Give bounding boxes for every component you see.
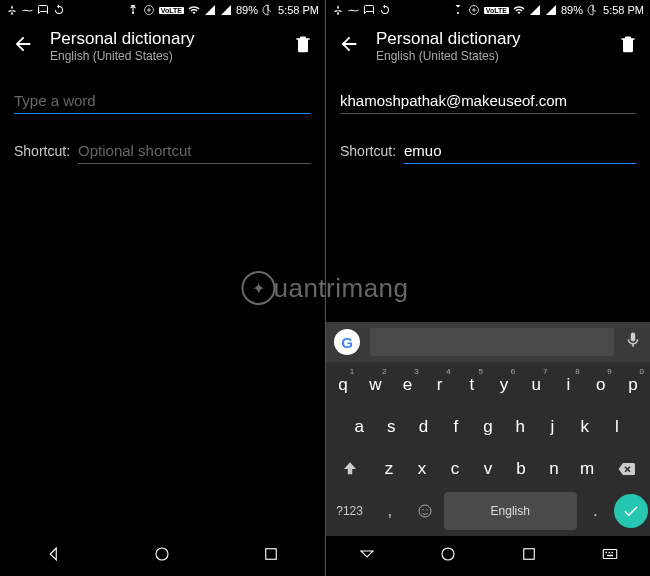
svg-rect-15 bbox=[607, 555, 613, 557]
key-f[interactable]: f bbox=[441, 408, 471, 446]
key-q[interactable]: q1 bbox=[328, 366, 358, 404]
nav-recent-icon[interactable] bbox=[520, 545, 538, 567]
nav-bar bbox=[326, 536, 650, 576]
page-title: Personal dictionary bbox=[376, 29, 602, 49]
key-u[interactable]: u7 bbox=[521, 366, 551, 404]
nav-bar bbox=[0, 536, 325, 576]
key-o[interactable]: o9 bbox=[586, 366, 616, 404]
page-subtitle: English (United States) bbox=[50, 49, 277, 63]
status-bar: ⁓ VoLTE 89% 5:58 PM bbox=[326, 0, 650, 20]
svg-point-2 bbox=[156, 548, 168, 560]
nav-home-icon[interactable] bbox=[153, 545, 171, 567]
shortcut-input[interactable] bbox=[78, 136, 311, 164]
svg-point-0 bbox=[132, 12, 134, 14]
key-y[interactable]: y6 bbox=[489, 366, 519, 404]
key-g[interactable]: g bbox=[473, 408, 503, 446]
keyboard: G q1w2e3r4t5y6u7i8o9p0 asdfghjkl zxcvbnm… bbox=[326, 322, 650, 536]
svg-point-9 bbox=[442, 548, 454, 560]
back-icon[interactable] bbox=[12, 33, 34, 59]
key-r[interactable]: r4 bbox=[425, 366, 455, 404]
page-subtitle: English (United States) bbox=[376, 49, 602, 63]
search-field[interactable] bbox=[370, 328, 614, 356]
key-m[interactable]: m bbox=[572, 450, 603, 488]
word-input[interactable] bbox=[340, 86, 636, 114]
backspace-key[interactable] bbox=[605, 450, 648, 488]
app-bar: Personal dictionary English (United Stat… bbox=[0, 20, 325, 72]
key-x[interactable]: x bbox=[406, 450, 437, 488]
key-v[interactable]: v bbox=[472, 450, 503, 488]
key-s[interactable]: s bbox=[376, 408, 406, 446]
key-z[interactable]: z bbox=[373, 450, 404, 488]
symbols-key[interactable]: ?123 bbox=[328, 492, 371, 530]
key-l[interactable]: l bbox=[602, 408, 632, 446]
back-icon[interactable] bbox=[338, 33, 360, 59]
svg-point-8 bbox=[426, 509, 427, 510]
screen-left: ⁓ VoLTE 89% 5:58 PM Personal dictionary … bbox=[0, 0, 325, 576]
svg-rect-14 bbox=[611, 552, 613, 554]
shortcut-label: Shortcut: bbox=[340, 143, 396, 159]
key-t[interactable]: t5 bbox=[457, 366, 487, 404]
svg-rect-11 bbox=[603, 550, 617, 559]
word-input[interactable] bbox=[14, 86, 311, 114]
page-title: Personal dictionary bbox=[50, 29, 277, 49]
svg-rect-13 bbox=[608, 552, 610, 554]
delete-icon[interactable] bbox=[293, 34, 313, 58]
content-area: Shortcut: bbox=[0, 72, 325, 536]
battery-percent: 89% bbox=[561, 4, 583, 16]
clock-time: 5:58 PM bbox=[278, 4, 319, 16]
svg-point-7 bbox=[422, 509, 423, 510]
key-a[interactable]: a bbox=[344, 408, 374, 446]
app-bar: Personal dictionary English (United Stat… bbox=[326, 20, 650, 72]
nav-back-down-icon[interactable] bbox=[358, 545, 376, 567]
key-c[interactable]: c bbox=[439, 450, 470, 488]
space-key[interactable]: English bbox=[444, 492, 577, 530]
shortcut-label: Shortcut: bbox=[14, 143, 70, 159]
google-icon[interactable]: G bbox=[334, 329, 360, 355]
nav-recent-icon[interactable] bbox=[262, 545, 280, 567]
enter-key[interactable] bbox=[614, 494, 648, 528]
clock-time: 5:58 PM bbox=[603, 4, 644, 16]
key-d[interactable]: d bbox=[408, 408, 438, 446]
shortcut-input[interactable] bbox=[404, 136, 636, 164]
key-b[interactable]: b bbox=[506, 450, 537, 488]
key-j[interactable]: j bbox=[537, 408, 567, 446]
period-key[interactable]: . bbox=[579, 492, 612, 530]
screen-right: ⁓ VoLTE 89% 5:58 PM Personal dictionary … bbox=[325, 0, 650, 576]
comma-key[interactable]: , bbox=[373, 492, 406, 530]
svg-rect-12 bbox=[605, 552, 607, 554]
svg-point-6 bbox=[419, 505, 431, 517]
svg-point-4 bbox=[457, 12, 459, 14]
emoji-key[interactable] bbox=[408, 492, 441, 530]
key-h[interactable]: h bbox=[505, 408, 535, 446]
nav-home-icon[interactable] bbox=[439, 545, 457, 567]
delete-icon[interactable] bbox=[618, 34, 638, 58]
status-bar: ⁓ VoLTE 89% 5:58 PM bbox=[0, 0, 325, 20]
svg-rect-3 bbox=[266, 549, 277, 560]
keyboard-switch-icon[interactable] bbox=[601, 545, 619, 567]
nav-back-icon[interactable] bbox=[45, 545, 63, 567]
svg-rect-10 bbox=[523, 549, 534, 560]
key-e[interactable]: e3 bbox=[392, 366, 422, 404]
key-w[interactable]: w2 bbox=[360, 366, 390, 404]
mic-icon[interactable] bbox=[624, 331, 642, 353]
shift-key[interactable] bbox=[328, 450, 371, 488]
key-k[interactable]: k bbox=[570, 408, 600, 446]
key-i[interactable]: i8 bbox=[553, 366, 583, 404]
key-n[interactable]: n bbox=[539, 450, 570, 488]
content-area: Shortcut: bbox=[326, 72, 650, 322]
key-p[interactable]: p0 bbox=[618, 366, 648, 404]
battery-percent: 89% bbox=[236, 4, 258, 16]
suggestion-bar: G bbox=[326, 322, 650, 362]
